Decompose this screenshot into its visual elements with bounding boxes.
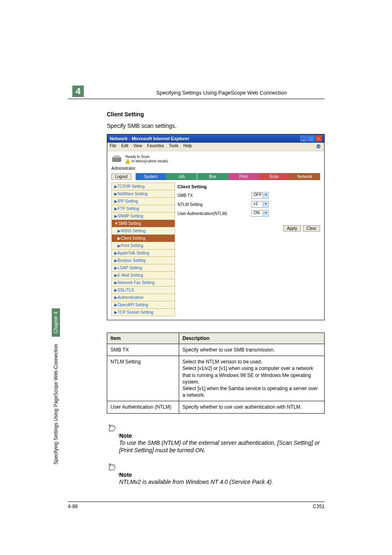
label-smb-tx: SMB TX xyxy=(178,193,251,198)
sidebar-printset-label: Print Setting xyxy=(121,243,143,248)
warning-icon: ! xyxy=(125,159,130,164)
sidebar-ftp-label: FTP Setting xyxy=(118,206,139,211)
screenshot-body: ▶TCP/IP Setting ▶NetWare Setting ▶IPP Se… xyxy=(107,183,324,320)
window-title: Network - Microsoft Internet Explorer xyxy=(110,136,189,141)
select-userauth[interactable]: ON xyxy=(251,210,269,217)
sidebar-email[interactable]: ▶E-Mail Setting xyxy=(111,271,175,279)
status-text: Ready to Scan ! In Menu(Admin Mode) xyxy=(125,155,168,164)
sidebar-openapi[interactable]: ▶OpenAPI Setting xyxy=(111,301,175,309)
sidebar-ldap-label: LDAP Setting xyxy=(118,266,142,270)
select-ntlm-value: v1 xyxy=(254,201,258,206)
note-label: Note xyxy=(119,432,321,439)
svg-point-1 xyxy=(316,144,321,148)
sidebar-smb[interactable]: ▼SMB Setting xyxy=(111,220,175,227)
logout-button[interactable]: Logout xyxy=(111,173,131,180)
note-text: NTLMv2 is available from Windows NT 4.0 … xyxy=(119,478,321,486)
sidebar-ssl-label: SSL/TLS xyxy=(118,288,134,292)
note-block-1: ... Note To use the SMB (NTLM) of the ex… xyxy=(108,423,321,455)
sidebar-printset[interactable]: ▶Print Setting xyxy=(111,242,175,250)
sidebar-tcpsock-label: TCP Socket Setting xyxy=(118,310,153,314)
sidebar-client[interactable]: ▶Client Setting xyxy=(111,234,175,242)
browser-menubar: File Edit View Favorites Tools Help xyxy=(107,143,324,151)
label-ntlm: NTLM Setting xyxy=(178,202,251,207)
tab-print[interactable]: Print xyxy=(228,173,259,180)
window-titlebar: Network - Microsoft Internet Explorer _ … xyxy=(107,134,324,143)
description-table: Item Description SMB TX Specify whether … xyxy=(107,333,325,414)
ie-logo-icon xyxy=(315,143,322,149)
chevron-down-icon xyxy=(265,203,267,205)
side-chapter-box: Chapter 4 xyxy=(52,308,60,337)
sidebar: ▶TCP/IP Setting ▶NetWare Setting ▶IPP Se… xyxy=(111,183,175,316)
chevron-down-icon xyxy=(265,194,267,196)
page-footer: 4-88 C351 xyxy=(68,502,325,509)
sidebar-ssl[interactable]: ▶SSL/TLS xyxy=(111,286,175,294)
embedded-screenshot: Network - Microsoft Internet Explorer _ … xyxy=(107,134,325,320)
select-smb-tx-value: OFF xyxy=(254,192,262,197)
cell-item: User Authentication (NTLM) xyxy=(107,401,179,413)
menu-favorites[interactable]: Favorites xyxy=(147,143,164,150)
tab-job[interactable]: Job xyxy=(166,173,197,180)
admin-label: Administrator xyxy=(107,165,324,173)
sidebar-netfax-label: Network Fax Setting xyxy=(118,280,154,285)
note-text: To use the SMB (NTLM) of the external se… xyxy=(119,439,321,455)
minimize-button[interactable]: _ xyxy=(300,136,307,141)
sidebar-appletalk-label: AppleTalk Setting xyxy=(118,251,149,255)
note-block-2: ... Note NTLMv2 is available from Window… xyxy=(108,462,321,486)
note-dots: ... xyxy=(118,431,126,435)
select-smb-tx[interactable]: OFF xyxy=(251,192,269,199)
menu-help[interactable]: Help xyxy=(183,143,192,150)
note-hand-icon xyxy=(108,423,117,432)
sidebar-snmp-label: SNMP Setting xyxy=(118,214,143,218)
row-smb-tx: SMB TX OFF xyxy=(178,191,320,200)
maximize-button[interactable]: □ xyxy=(308,136,314,141)
sidebar-netware[interactable]: ▶NetWare Setting xyxy=(111,190,175,198)
sidebar-bonjour-label: Bonjour Setting xyxy=(118,258,145,263)
sidebar-appletalk[interactable]: ▶AppleTalk Setting xyxy=(111,249,175,257)
tab-row: Logout System Job Box Print Scan Network xyxy=(107,173,324,183)
sidebar-ldap[interactable]: ▶LDAP Setting xyxy=(111,264,175,272)
sidebar-ftp[interactable]: ▶FTP Setting xyxy=(111,205,175,213)
section-title: Client Setting xyxy=(107,111,355,118)
sidebar-ipp[interactable]: ▶IPP Setting xyxy=(111,197,175,205)
note-label: Note xyxy=(119,472,321,478)
menu-tools[interactable]: Tools xyxy=(169,143,178,150)
sidebar-netfax[interactable]: ▶Network Fax Setting xyxy=(111,279,175,287)
sidebar-email-label: E-Mail Setting xyxy=(118,273,143,278)
tab-network[interactable]: Network xyxy=(289,173,320,180)
sidebar-ipp-label: IPP Setting xyxy=(118,199,138,204)
sidebar-tcpsock[interactable]: ▶TCP Socket Setting xyxy=(111,308,175,316)
tab-scan[interactable]: Scan xyxy=(259,173,290,180)
sidebar-auth[interactable]: ▶Authentication xyxy=(111,294,175,301)
window-buttons: _ □ × xyxy=(300,136,322,141)
menu-view[interactable]: View xyxy=(133,143,142,150)
status-ready: Ready to Scan xyxy=(125,155,168,159)
tab-system[interactable]: System xyxy=(136,173,166,180)
sidebar-tcpip[interactable]: ▶TCP/IP Setting xyxy=(111,183,175,190)
sidebar-snmp[interactable]: ▶SNMP Setting xyxy=(111,212,175,220)
sidebar-client-label: Client Setting xyxy=(121,236,145,240)
status-menu: In Menu(Admin Mode) xyxy=(131,159,168,164)
row-userauth: User Authentication(NTLM) ON xyxy=(178,209,320,218)
select-userauth-value: ON xyxy=(254,210,260,215)
clear-button[interactable]: Clear xyxy=(303,225,320,231)
select-ntlm[interactable]: v1 xyxy=(251,201,269,208)
sidebar-tcpip-label: TCP/IP Setting xyxy=(118,184,145,189)
cell-desc: Specify whether to use user authenticati… xyxy=(179,401,325,413)
menu-file[interactable]: File xyxy=(110,143,116,150)
form-buttons: Apply Clear xyxy=(178,225,320,231)
tab-box[interactable]: Box xyxy=(197,173,228,180)
table-row: NTLM Setting Select the NTLM version to … xyxy=(107,356,325,401)
sidebar-auth-label: Authentication xyxy=(118,295,143,300)
close-button[interactable]: × xyxy=(315,136,322,141)
svg-rect-3 xyxy=(114,155,120,158)
table-row: SMB TX Specify whether to use SMB transm… xyxy=(107,344,325,356)
footer-page: 4-88 xyxy=(68,504,78,509)
sidebar-wins[interactable]: ▶WINS Setting xyxy=(111,227,175,235)
cell-item: NTLM Setting xyxy=(107,356,179,401)
svg-text:!: ! xyxy=(127,160,128,164)
section-lead: Specify SMB scan settings. xyxy=(107,123,355,129)
menu-edit[interactable]: Edit xyxy=(121,143,128,150)
apply-button[interactable]: Apply xyxy=(283,225,301,231)
table-row: User Authentication (NTLM) Specify wheth… xyxy=(107,401,325,413)
sidebar-bonjour[interactable]: ▶Bonjour Setting xyxy=(111,257,175,264)
